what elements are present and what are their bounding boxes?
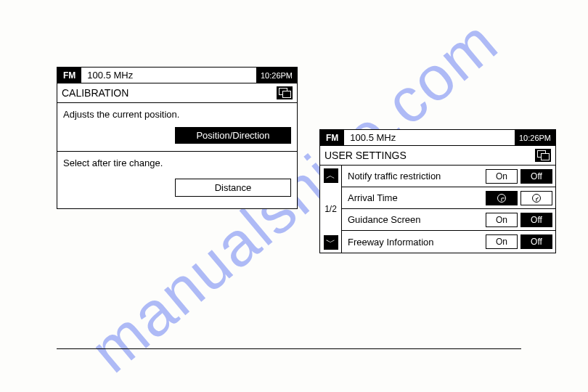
user-settings-title: USER SETTINGS (324, 150, 407, 161)
calibration-block-1: Adjusts the current position. Position/D… (57, 103, 297, 152)
user-settings-title-row: USER SETTINGS (320, 146, 555, 166)
row-arrival-label: Arrival Time (348, 192, 483, 203)
windows-icon-b[interactable] (535, 149, 551, 162)
frequency-label: 100.5 MHz (81, 70, 256, 81)
guidance-on[interactable]: On (486, 213, 518, 227)
guidance-off[interactable]: Off (520, 213, 552, 227)
windows-icon[interactable] (277, 86, 293, 99)
freeway-on[interactable]: On (486, 234, 518, 249)
clock-badge: 10:26PM (256, 68, 297, 83)
calibration-panel: FM 100.5 MHz 10:26PM CALIBRATION Adjusts… (57, 67, 298, 209)
frequency-label-b: 100.5 MHz (344, 132, 515, 143)
settings-body: ︿ 1/2 ﹀ Notify traffic restriction On Of… (320, 166, 555, 253)
row-arrival: Arrival Time (342, 187, 555, 209)
calibration-desc-2: Select after tire change. (63, 158, 291, 168)
distance-button[interactable]: Distance (175, 179, 291, 197)
user-settings-panel: FM 100.5 MHz 10:26PM USER SETTINGS ︿ 1/2… (319, 129, 556, 253)
scroll-down-button[interactable]: ﹀ (324, 235, 338, 250)
pager: ︿ 1/2 ﹀ (320, 166, 342, 253)
footer-divider (57, 348, 521, 349)
row-guidance: Guidance Screen On Off (342, 209, 555, 231)
clock-badge-b: 10:26PM (515, 130, 555, 145)
row-freeway-label: Freeway Information (348, 237, 483, 248)
freeway-off[interactable]: Off (520, 234, 552, 249)
traffic-off[interactable]: Off (520, 169, 552, 184)
calibration-block-2: Select after tire change. Distance (57, 152, 297, 208)
scroll-up-button[interactable]: ︿ (324, 168, 338, 183)
page-indicator: 1/2 (324, 186, 337, 232)
status-bar-b: FM 100.5 MHz 10:26PM (320, 130, 555, 146)
calibration-title: CALIBRATION (62, 87, 128, 99)
band-badge-b: FM (320, 130, 344, 145)
calibration-desc-1: Adjusts the current position. (63, 109, 291, 120)
settings-rows: Notify traffic restriction On Off Arriva… (342, 166, 555, 253)
row-traffic-label: Notify traffic restriction (348, 171, 483, 181)
status-bar: FM 100.5 MHz 10:26PM (57, 68, 297, 83)
arrival-clock-b[interactable] (520, 191, 552, 205)
row-guidance-label: Guidance Screen (348, 214, 483, 225)
arrival-clock-a[interactable] (486, 191, 518, 205)
traffic-on[interactable]: On (486, 169, 518, 184)
calibration-title-row: CALIBRATION (57, 83, 297, 103)
position-direction-button[interactable]: Position/Direction (175, 127, 291, 144)
band-badge: FM (57, 68, 81, 83)
row-traffic: Notify traffic restriction On Off (342, 166, 555, 187)
row-freeway: Freeway Information On Off (342, 231, 555, 253)
